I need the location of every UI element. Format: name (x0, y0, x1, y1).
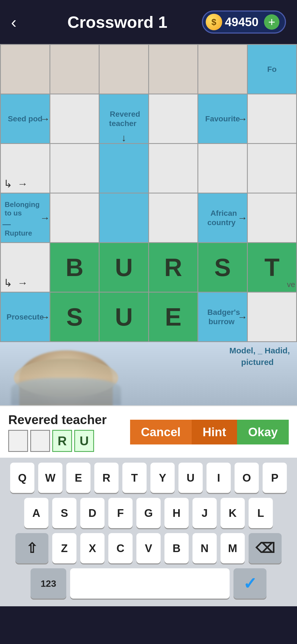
letter: B (65, 254, 83, 281)
top-bar: ‹ Crossword 1 $ 49450 + (0, 0, 297, 44)
grid-cell[interactable] (50, 94, 99, 144)
grid-cell[interactable] (148, 144, 198, 193)
clue-text: Seed pod (6, 112, 45, 125)
keyboard-row-4: 123 ✓ (3, 568, 294, 599)
grid-cell-T[interactable]: T ve (247, 243, 296, 292)
key-Q[interactable]: Q (10, 463, 34, 493)
clue-box-1 (8, 430, 28, 452)
keyboard-row-1: Q W E R T Y U I O P (3, 463, 294, 493)
shift-key[interactable]: ⇧ (15, 533, 48, 563)
confirm-key[interactable]: ✓ (233, 568, 266, 599)
add-coins-button[interactable]: + (264, 14, 279, 30)
clue-actions: Cancel Hint Okay (130, 420, 289, 444)
grid-row-5: Prosecute → S U E Badger's burrow → (1, 292, 297, 342)
arrow-corner-icon: ↳ (4, 178, 12, 190)
numbers-key[interactable]: 123 (31, 568, 66, 599)
arrow-right-icon: → (17, 178, 28, 190)
clue-text: Prosecute (4, 310, 46, 323)
grid-cell-belonging[interactable]: Belongingto us — Rupture → (1, 193, 50, 243)
key-T[interactable]: T (122, 463, 147, 493)
grid-cell-prosecute[interactable]: Prosecute → (1, 292, 50, 342)
grid-cell[interactable] (148, 94, 198, 144)
grid-cell[interactable] (247, 144, 296, 193)
grid-cell-E[interactable]: E (148, 292, 198, 342)
clue-text: Favourite (203, 112, 242, 125)
grid-cell[interactable] (247, 292, 296, 342)
grid-cell[interactable] (247, 94, 296, 144)
grid-cell[interactable] (247, 193, 296, 243)
grid-cell-U[interactable]: U (99, 243, 149, 292)
grid-row-1: Seed pod → Revered teacher ↓ Favourite → (1, 94, 297, 144)
grid-cell[interactable] (148, 193, 198, 243)
keyboard: Q W E R T Y U I O P A S D F G H J K L ⇧ … (0, 458, 297, 606)
key-L[interactable]: L (249, 498, 273, 528)
key-Z[interactable]: Z (52, 533, 76, 563)
keyboard-row-3: ⇧ Z X C V B N M ⌫ (3, 533, 294, 563)
photo-figure (8, 342, 124, 405)
backspace-key[interactable]: ⌫ (249, 533, 282, 563)
grid-cell[interactable] (50, 144, 99, 193)
letter: E (165, 303, 182, 331)
grid-cell-U2[interactable]: U (99, 292, 149, 342)
okay-button[interactable]: Okay (237, 420, 289, 444)
back-button[interactable]: ‹ (11, 13, 33, 32)
key-D[interactable]: D (80, 498, 105, 528)
grid-cell[interactable] (99, 193, 149, 243)
key-C[interactable]: C (108, 533, 133, 563)
key-U[interactable]: U (178, 463, 203, 493)
grid-cell-S[interactable]: S (198, 243, 247, 292)
grid-cell-revered-teacher[interactable]: Revered teacher ↓ (99, 94, 149, 144)
key-B[interactable]: B (164, 533, 189, 563)
checkmark-icon: ✓ (243, 574, 257, 593)
key-M[interactable]: M (221, 533, 245, 563)
grid-cell[interactable] (50, 193, 99, 243)
key-X[interactable]: X (80, 533, 105, 563)
grid-cell[interactable]: Fo (247, 45, 296, 94)
grid-cell[interactable]: ↳ → (1, 144, 50, 193)
key-O[interactable]: O (235, 463, 259, 493)
arrow-right-icon: → (238, 113, 248, 125)
key-P[interactable]: P (263, 463, 287, 493)
grid-row-0: Fo (1, 45, 297, 94)
key-V[interactable]: V (136, 533, 161, 563)
grid-cell[interactable]: ↳ → (1, 243, 50, 292)
key-Y[interactable]: Y (150, 463, 175, 493)
grid-cell-R[interactable]: R (148, 243, 198, 292)
clue-bar: Revered teacher R U Cancel Hint Okay (0, 405, 297, 458)
key-G[interactable]: G (136, 498, 161, 528)
clue-box-4: U (74, 430, 94, 452)
grid-cell[interactable] (99, 144, 149, 193)
key-E[interactable]: E (66, 463, 90, 493)
grid-cell-B[interactable]: B (50, 243, 99, 292)
letter: U (115, 303, 133, 331)
key-R[interactable]: R (94, 463, 119, 493)
key-S[interactable]: S (52, 498, 76, 528)
grid-cell[interactable] (198, 144, 247, 193)
grid-row-4: ↳ → B U R S T ve (1, 243, 297, 292)
key-H[interactable]: H (164, 498, 189, 528)
key-F[interactable]: F (108, 498, 133, 528)
grid-cell-S2[interactable]: S (50, 292, 99, 342)
clue-text: Revered teacher (108, 108, 140, 130)
page-title: Crossword 1 (67, 13, 167, 32)
keyboard-row-2: A S D F G H J K L (3, 498, 294, 528)
clue-text-rupture: Rupture (2, 227, 34, 239)
grid-cell-african-country[interactable]: African country → (198, 193, 247, 243)
grid-cell-badgers-burrow[interactable]: Badger's burrow → (198, 292, 247, 342)
grid-cell-favourite[interactable]: Favourite → (198, 94, 247, 144)
key-K[interactable]: K (221, 498, 245, 528)
clue-label: Revered teacher (8, 412, 125, 427)
hint-button[interactable]: Hint (192, 420, 237, 444)
arrow-corner-icon: ↳ (4, 277, 12, 289)
grid-cell-seed-pod[interactable]: Seed pod → (1, 94, 50, 144)
crossword-grid: Fo Seed pod → Revered teacher ↓ Favourit… (0, 44, 297, 342)
space-key[interactable] (70, 568, 230, 599)
cancel-button[interactable]: Cancel (130, 420, 192, 444)
key-W[interactable]: W (38, 463, 62, 493)
key-J[interactable]: J (193, 498, 217, 528)
grid-cell (198, 45, 247, 94)
key-N[interactable]: N (193, 533, 217, 563)
key-A[interactable]: A (24, 498, 48, 528)
key-I[interactable]: I (207, 463, 231, 493)
photo-area: Model, _ Hadid, pictured (0, 342, 297, 405)
